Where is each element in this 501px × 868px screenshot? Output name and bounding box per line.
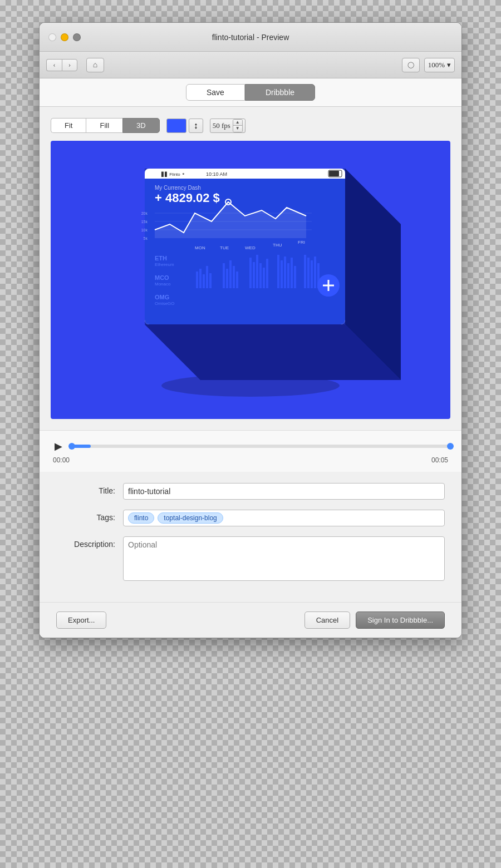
timeline-end-thumb[interactable] (447, 443, 454, 450)
svg-text:10k: 10k (141, 228, 148, 232)
svg-rect-39 (266, 259, 268, 288)
zoom-chevron-icon: ▾ (447, 61, 451, 70)
nav-buttons: ‹ › (46, 59, 77, 71)
svg-text:TUE: TUE (220, 245, 229, 250)
close-button[interactable] (48, 33, 56, 41)
orientation-icon: ↕ (194, 121, 198, 131)
svg-rect-36 (256, 255, 258, 288)
tab-save[interactable]: Save (186, 84, 245, 101)
svg-rect-27 (206, 266, 208, 288)
timeline-controls: ▶ (51, 438, 450, 454)
main-window: flinto-tutorial - Preview ‹ › ⌂ ◯ 100% ▾… (39, 22, 462, 638)
svg-rect-30 (226, 269, 228, 288)
content-area: Fit Fill 3D ↕ 50 fps ▲ ▼ (40, 107, 461, 430)
svg-text:FRI: FRI (298, 240, 305, 245)
svg-rect-31 (229, 260, 232, 288)
svg-text:Ethereum: Ethereum (155, 262, 174, 267)
sign-in-button[interactable]: Sign In to Dribbble... (356, 611, 445, 629)
svg-rect-42 (284, 257, 286, 288)
time-end-label: 00:05 (431, 456, 448, 464)
svg-text:20k: 20k (141, 211, 148, 215)
fps-stepper[interactable]: ▲ ▼ (233, 119, 243, 132)
tags-row: Tags: flinto toptal-design-blog (56, 510, 445, 526)
svg-rect-26 (203, 274, 205, 288)
svg-text:ETH: ETH (155, 255, 167, 262)
svg-rect-43 (287, 263, 289, 288)
svg-rect-48 (311, 260, 313, 288)
tab-dribbble[interactable]: Dribbble (245, 84, 315, 101)
timeline-track[interactable] (72, 445, 450, 448)
back-button[interactable]: ‹ (46, 59, 62, 71)
minimize-button[interactable] (61, 33, 68, 41)
svg-rect-25 (199, 269, 202, 288)
traffic-lights (48, 33, 81, 41)
svg-text:My Currency Dash: My Currency Dash (155, 185, 201, 191)
svg-rect-46 (304, 255, 306, 288)
svg-rect-28 (209, 273, 212, 288)
back-icon: ‹ (53, 61, 56, 69)
time-labels: 00:00 00:05 (51, 456, 450, 464)
svg-text:OMG: OMG (155, 294, 169, 300)
title-label: Title: (56, 483, 123, 495)
color-swatch[interactable] (166, 119, 186, 133)
fps-up-arrow[interactable]: ▲ (233, 120, 242, 126)
maximize-button[interactable] (73, 33, 81, 41)
svg-rect-49 (314, 257, 316, 288)
window-title: flinto-tutorial - Preview (212, 33, 289, 42)
tag-flinto[interactable]: flinto (128, 512, 154, 524)
bottom-buttons: Export... Cancel Sign In to Dribbble... (40, 602, 461, 638)
svg-rect-8 (329, 171, 339, 176)
export-button[interactable]: Export... (56, 611, 106, 629)
svg-text:THU: THU (273, 243, 282, 248)
description-row: Description: (56, 536, 445, 581)
svg-rect-38 (263, 268, 265, 288)
forward-button[interactable]: › (62, 59, 77, 71)
svg-rect-29 (223, 263, 225, 288)
fps-label: 50 fps (213, 121, 230, 130)
share-icon: ◯ (407, 61, 414, 68)
svg-text:MCO: MCO (155, 274, 169, 281)
svg-rect-47 (307, 258, 310, 288)
share-button[interactable]: ◯ (402, 58, 420, 72)
title-input[interactable] (123, 483, 445, 500)
cancel-button[interactable]: Cancel (304, 611, 350, 629)
svg-rect-37 (259, 263, 262, 288)
svg-text:▋▋ Flinto ⚬: ▋▋ Flinto ⚬ (161, 171, 185, 177)
fps-down-arrow[interactable]: ▼ (233, 126, 242, 132)
svg-rect-40 (277, 255, 279, 288)
orientation-button[interactable]: ↕ (189, 119, 203, 133)
play-button[interactable]: ▶ (51, 438, 66, 454)
view-fit-button[interactable]: Fit (51, 118, 86, 133)
description-input[interactable] (123, 536, 445, 581)
svg-rect-32 (233, 266, 235, 288)
svg-text:MON: MON (195, 245, 205, 250)
phone-preview-svg: 10:10 AM ▋▋ Flinto ⚬ My Currency Dash + … (72, 146, 429, 413)
svg-text:Monaco: Monaco (155, 282, 171, 287)
forward-icon: › (68, 61, 71, 69)
view-fill-button[interactable]: Fill (86, 118, 122, 133)
preview-area: 10:10 AM ▋▋ Flinto ⚬ My Currency Dash + … (51, 141, 450, 419)
zoom-label: 100% (428, 61, 445, 70)
tags-field[interactable]: flinto toptal-design-blog (123, 510, 445, 526)
home-button[interactable]: ⌂ (86, 58, 104, 72)
svg-text:15k: 15k (141, 220, 148, 224)
svg-text:+ 4829.02 $: + 4829.02 $ (155, 191, 220, 205)
svg-text:5k: 5k (144, 236, 148, 240)
navigation-toolbar: ‹ › ⌂ ◯ 100% ▾ (40, 52, 461, 78)
tags-label: Tags: (56, 510, 123, 522)
zoom-selector[interactable]: 100% ▾ (424, 58, 455, 72)
svg-text:OmiseGO: OmiseGO (155, 301, 175, 306)
fps-selector[interactable]: 50 fps ▲ ▼ (210, 119, 245, 133)
form-section: Title: Tags: flinto toptal-design-blog D… (40, 472, 461, 602)
title-row: Title: (56, 483, 445, 500)
tag-toptal[interactable]: toptal-design-blog (158, 512, 223, 524)
time-start-label: 00:00 (53, 456, 70, 464)
svg-rect-35 (253, 262, 255, 288)
timeline-start-thumb[interactable] (68, 443, 75, 450)
svg-text:WED: WED (245, 245, 256, 250)
svg-rect-45 (294, 266, 296, 288)
tab-bar: Save Dribbble (40, 78, 461, 107)
svg-rect-24 (196, 272, 198, 288)
view-3d-button[interactable]: 3D (122, 118, 160, 133)
svg-text:10:10 AM: 10:10 AM (206, 171, 227, 177)
